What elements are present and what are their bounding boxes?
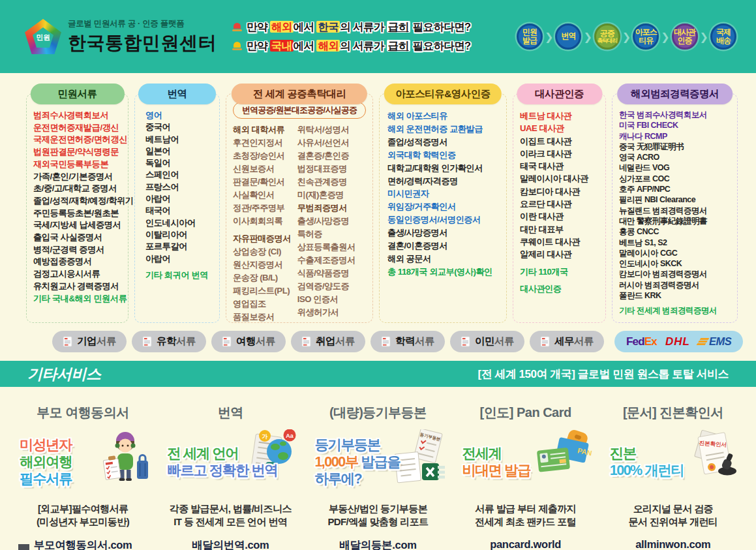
service-item: 신원보증서 [233, 162, 291, 176]
category-button[interactable]: 여행서류 [211, 331, 286, 352]
service-item: 동일인증명서/서명인증서 [387, 213, 492, 226]
service-item: 말레이시아 대사관 [520, 172, 588, 185]
service-item: 아랍어 [145, 193, 208, 205]
service-description: [외교부]필수여행서류(미성년자 부모미동반) [14, 502, 151, 529]
service-item: 캄보디아 범죄경력증명서 [619, 269, 717, 279]
logo-badge: 민원 [33, 27, 53, 48]
service-item: 대만 대표부 [520, 223, 588, 236]
service-item: 총 118개국 외교부(영사)확인 [387, 266, 492, 279]
poster-page: 민원 글로벌 민원서류 공 · 인증 플랫폼 한국통합민원센터 만약 해외에서 … [0, 0, 756, 550]
service-card: 번역전 세계 언어빠르고 정확한 번역가Aa가각종 발급문서, 법률/비즈니스I… [157, 404, 304, 550]
service-title: 부모 여행동의서 [14, 404, 151, 421]
service-item: 인도네시아 SKCK [619, 258, 717, 269]
service-item: 운전면허증재발급/갱신 [33, 122, 134, 134]
svg-text:가: 가 [262, 433, 268, 440]
service-art-text: 진본100% 개런티 [610, 446, 684, 480]
category-button[interactable]: 기업서류 [52, 331, 127, 352]
service-item: 아랍어 [145, 253, 208, 265]
category-button-label: 기업서류 [77, 335, 116, 348]
category-button[interactable]: 이민서류 [450, 331, 524, 352]
service-item: 기타 국내&해외 민원서류 [33, 293, 134, 305]
service-link[interactable]: allminwon.com [605, 538, 742, 550]
service-item: 가족/혼인/기본증명서 [33, 171, 134, 183]
service-item: 외국대학 학력인증 [387, 149, 492, 162]
service-item: 프랑스어 [145, 181, 208, 193]
service-link[interactable]: 배달의번역.com [162, 538, 299, 550]
service-item: 유치원교사 경력증명서 [33, 281, 134, 293]
service-item: 친속관계증명 [297, 176, 355, 189]
service-item: 재외국민등록부등본 [33, 159, 134, 171]
service-item: 캄보디아 대사관 [520, 185, 588, 198]
document-icon [63, 336, 72, 347]
other-services: 부모 여행동의서미성년자해외여행필수서류[외교부]필수여행서류(미성년자 부모미… [0, 387, 756, 550]
service-item: 스페인어 [145, 169, 208, 181]
service-item: 상표등록출원서 [297, 241, 355, 254]
process-steps: 민원발급❯번역❯공증촉탁대리❯아포스티유❯대사관인증❯국제배송 [517, 23, 736, 50]
service-item: 이란 대사관 [520, 210, 588, 222]
logo: 민원 글로벌 민원서류 공 · 인증 플랫폼 한국통합민원센터 [25, 18, 220, 55]
service-item: 자유판매증명서 [233, 232, 291, 245]
column-title: 해외범죄경력증명서 [617, 84, 733, 104]
service-item: 뉴질랜드 범죄경력증명서 [619, 206, 717, 216]
category-button-label: 이민서류 [475, 335, 514, 348]
service-link[interactable]: 배달의등본.com [309, 538, 446, 550]
other-services-band: 기타서비스 [전 세계 150여 개국] 글로벌 민원 원스톱 토탈 서비스 [0, 361, 756, 387]
service-item: 미국 FBI CHECK [619, 120, 717, 130]
alert-line: 만약 국내에서 해외의 서류가 급히 필요하다면? [232, 39, 471, 53]
service-item: 이탈리아어 [145, 229, 208, 241]
service-item: 해외 대학서류 [233, 123, 291, 136]
service-columns: 민원서류범죄수사경력회보서운전면허증재발급/갱신국제운전면허증/면허갱신법원판결… [26, 84, 738, 323]
service-art: 진본100% 개런티진본확인서 [605, 428, 742, 497]
service-card: [인도] Pan Card전세계비대면 발급PAN서류 발급 부터 제출까지전세… [452, 404, 599, 550]
step-arrow-icon: ❯ [661, 31, 669, 43]
category-column: 민원서류범죄수사경력회보서운전면허증재발급/갱신국제운전면허증/면허갱신법원판결… [26, 93, 129, 323]
fedex-ex-text: Ex [644, 335, 657, 348]
column-title: 전 세계 공증촉탁대리 [232, 84, 367, 104]
service-item: 쿠웨이트 대사관 [520, 236, 588, 248]
service-card: 부모 여행동의서미성년자해외여행필수서류[외교부]필수여행서류(미성년자 부모미… [9, 404, 157, 550]
category-button-label: 여행서류 [236, 335, 275, 348]
service-link[interactable]: 부모여행동의서.com [14, 538, 151, 550]
service-item: 미(재)혼증명 [297, 189, 355, 202]
column-title: 민원서류 [30, 84, 124, 104]
service-item: 폴란드 KRK [619, 290, 717, 301]
service-item: 상업송장 (CI) [233, 245, 291, 258]
category-button[interactable]: 유학서류 [132, 331, 206, 352]
service-item: 검정고시응시서류 [33, 268, 134, 281]
service-art: 등기부등본1,000부 발급을하루에?등기부등본 [309, 428, 446, 497]
step-arrow-icon: ❯ [622, 31, 631, 43]
service-item: 기타 110개국 [520, 266, 588, 278]
service-item: 검역증/양도증 [297, 280, 355, 293]
category-button[interactable]: 취업서류 [291, 331, 365, 352]
service-item: 영어 [145, 110, 208, 121]
step-arrow-icon: ❯ [700, 31, 708, 43]
svg-text:Aa: Aa [286, 433, 294, 439]
service-item: 말레이시아 CGC [619, 248, 717, 258]
category-button[interactable]: 세무서류 [530, 331, 604, 352]
service-item: 법원판결문/약식명령문 [33, 146, 134, 159]
service-item: 정관/주주명부 [233, 202, 291, 215]
fedex-logo: FedEx [626, 335, 657, 348]
category-column: 전 세계 공증촉탁대리번역공증/원본대조공증/사실공증해외 대학서류후견인지정서… [226, 93, 373, 323]
service-link[interactable]: pancard.world [457, 538, 594, 550]
service-item: 졸업/성적/재학/예정/학위기 [33, 195, 134, 207]
service-item: 운송장 (B/L) [233, 271, 291, 284]
service-item: 출생/사망증명 [297, 215, 355, 228]
service-title: [인도] Pan Card [457, 404, 594, 421]
service-item: 필리핀 NBI Clearance [619, 194, 717, 205]
band-subtitle: [전 세계 150여 개국] 글로벌 민원 원스톱 토탈 서비스 [478, 367, 729, 382]
service-item: 대만 警察刑事紀錄證明書 [619, 216, 717, 226]
service-item: 이라크 대사관 [520, 147, 588, 160]
service-item: 초/중/고/대학교 증명서 [33, 183, 134, 195]
process-step: 번역 [555, 23, 581, 50]
category-button[interactable]: 학력서류 [370, 331, 445, 352]
service-item: 기타 전세계 범죄경력증명서 [619, 305, 717, 316]
service-item: 러시아 범죄경력증명서 [619, 280, 717, 290]
service-item: 해외 운전면허증 교환발급 [387, 123, 492, 136]
service-card: (대량)등기부등본등기부등본1,000부 발급을하루에?등기부등본부동산/법인 … [304, 404, 451, 550]
service-item: 범죄수사경력회보서 [33, 110, 134, 122]
column-title: 아포스티유&영사인증 [384, 84, 502, 104]
service-item: 무범죄증명서 [297, 202, 355, 215]
service-title: (대량)등기부등본 [309, 404, 446, 421]
service-art: 전 세계 언어빠르고 정확한 번역가Aa가 [162, 428, 299, 497]
